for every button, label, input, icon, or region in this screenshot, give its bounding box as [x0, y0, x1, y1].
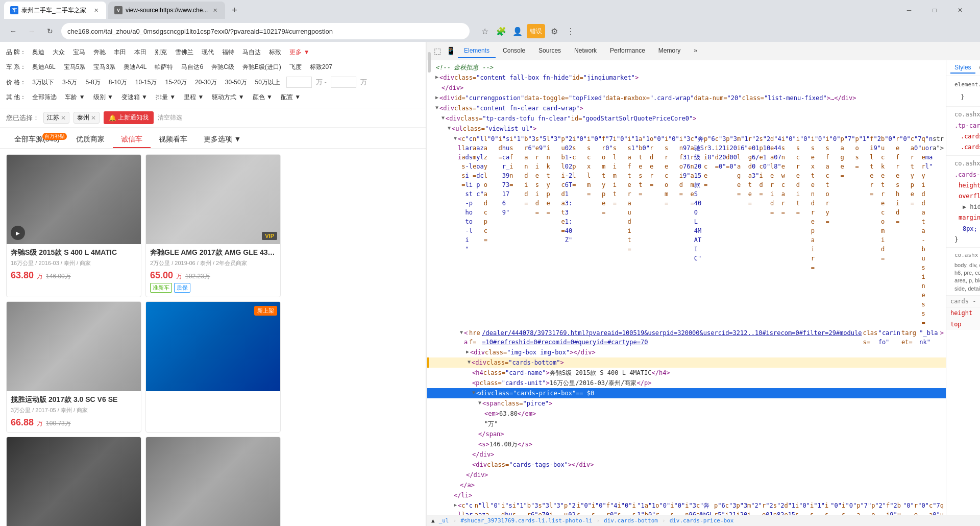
filter-brand-mazda[interactable]: 马自达	[240, 47, 263, 58]
filter-trans[interactable]: 变速箱 ▼	[119, 92, 150, 103]
filter-brand-ford[interactable]: 福特	[220, 47, 236, 58]
forward-button[interactable]: →	[24, 24, 39, 38]
menu-icon[interactable]: ⋮	[564, 24, 578, 38]
page-scrollbar[interactable]	[426, 42, 427, 526]
devtools-tab-network[interactable]: Network	[568, 44, 603, 58]
car-card-2[interactable]: VIP 奔驰GLE AMG 2017款 AMG GLE 43 4MATIC 2万…	[145, 154, 281, 297]
html-line-div-close1[interactable]: </div>	[427, 83, 946, 93]
car-card-5[interactable]	[6, 437, 141, 526]
filter-price-20-30[interactable]: 20-30万	[193, 77, 219, 88]
remove-province-tag[interactable]: ✕	[61, 114, 66, 122]
filter-price-5-8[interactable]: 5-8万	[83, 77, 102, 88]
car-card-1[interactable]: ▶ 奔驰S级 2015款 S 400 L 4MATIC 16万公里 / 2016…	[6, 154, 141, 297]
filter-price-3[interactable]: 3万以下	[30, 77, 56, 88]
filter-series-fit[interactable]: 飞度	[287, 62, 304, 73]
filter-series-benzc[interactable]: 奔驰C级	[209, 62, 236, 73]
filter-mileage[interactable]: 里程 ▼	[182, 92, 206, 103]
new-tab-button[interactable]: +	[227, 3, 241, 17]
filter-price-50plus[interactable]: 50万以上	[253, 77, 282, 88]
filter-brand-honda[interactable]: 本田	[132, 47, 149, 58]
filter-series-mazda6[interactable]: 马自达6	[179, 62, 205, 73]
html-line-s-price[interactable]: <s> 146.00万 </s>	[427, 439, 946, 449]
html-line-a-close[interactable]: </a>	[427, 480, 946, 490]
html-line-div-close-price[interactable]: </div>	[427, 449, 946, 460]
html-line-li2[interactable]: ▶ <li class= "cards-li list-photo-li" na…	[427, 500, 946, 515]
html-line-viewlist-ul[interactable]: ▼ <ul class= "viewlist_ul" >	[427, 124, 946, 134]
filter-color[interactable]: 颜色 ▼	[251, 92, 275, 103]
bottom-price-link[interactable]: div.cards-price-box	[670, 517, 734, 524]
back-button[interactable]: ←	[6, 24, 20, 38]
html-line-content-wrap[interactable]: ▼ <div class= "content fn-clear card-wra…	[427, 103, 946, 113]
filter-series-a6l[interactable]: 奥迪A6L	[30, 62, 57, 73]
filter-brand-buick[interactable]: 别克	[153, 47, 169, 58]
filter-brand-vw[interactable]: 大众	[51, 47, 67, 58]
filter-price-30-50[interactable]: 30-50万	[223, 77, 249, 88]
devtools-device-icon[interactable]: 📱	[445, 45, 457, 57]
devtools-tab-memory[interactable]: Memory	[652, 44, 687, 58]
filter-series-a4l[interactable]: 奥迪A4L	[121, 62, 149, 73]
filter-class[interactable]: 级别 ▼	[91, 92, 115, 103]
html-line-cards-bottom[interactable]: ▼ <div class= "cards-bottom" >	[427, 357, 946, 368]
filter-brand-bmw[interactable]: 宝马	[71, 47, 87, 58]
tab-video[interactable]: 视频看车	[151, 132, 195, 148]
html-line-h4-card-name[interactable]: <h4 class= "card-name" > 奔驰S级 2015款 S 40…	[427, 368, 946, 378]
tab-close-1[interactable]: ✕	[92, 6, 100, 14]
tab-inactive[interactable]: V view-source:https://www.che... ✕	[108, 2, 225, 19]
reload-button[interactable]: ↻	[43, 24, 57, 38]
html-line-cards-price-box[interactable]: ▼ <div class= "cards-price-box" == $0	[427, 388, 946, 398]
filter-brand-chevy[interactable]: 雪佛兰	[173, 47, 195, 58]
styles-tab-computed[interactable]: Computed	[975, 63, 980, 73]
filter-price-8-10[interactable]: 8-10万	[107, 77, 129, 88]
html-line-span-close[interactable]: </span>	[427, 429, 946, 439]
filter-brand-audi[interactable]: 奥迪	[30, 47, 46, 58]
chinese-button[interactable]: 错误	[527, 24, 545, 38]
filter-series-p207[interactable]: 标致207	[308, 62, 334, 73]
bottom-li-link[interactable]: #shucar_39731769.cards-li.list-photo-li	[460, 517, 592, 524]
html-line-em-price[interactable]: <em> 63.80 </em>	[427, 409, 946, 419]
html-line-cards-tags-box[interactable]: <div class= "cards-tags-box" ></div>	[427, 460, 946, 470]
url-bar[interactable]: che168.com/tai_zhou/a0_0msdgscncgpi1lto1…	[61, 23, 470, 39]
tab-all-sources[interactable]: 全部车源(343) 百万补贴	[6, 132, 68, 148]
filter-brand-hyundai[interactable]: 现代	[200, 47, 216, 58]
car-card-3[interactable]: 揽胜运动版 2017款 3.0 SC V6 SE 3万公里 / 2017-05 …	[6, 301, 141, 433]
devtools-tab-performance[interactable]: Performance	[604, 44, 651, 58]
account-icon[interactable]: 👤	[510, 24, 525, 38]
tab-more-options[interactable]: 更多选项 ▼	[195, 132, 250, 148]
filter-series-benze[interactable]: 奔驰E级(进口)	[240, 62, 283, 73]
filter-brand-peugeot[interactable]: 标致	[267, 47, 283, 58]
filter-age[interactable]: 车龄 ▼	[63, 92, 87, 103]
html-line-li-long[interactable]: ▼ <li class= "cards-li list-photo-li " n…	[427, 134, 946, 328]
close-button[interactable]: ✕	[948, 2, 972, 18]
html-line-div-fallbox[interactable]: ▶ <div class= "content fall-box fn-hide"…	[427, 73, 946, 83]
collapse-arrow[interactable]: ▶	[435, 73, 438, 81]
filter-drive[interactable]: 驱动方式 ▼	[210, 92, 246, 103]
filter-series-bmw3[interactable]: 宝马3系	[91, 62, 117, 73]
play-button-1[interactable]: ▶	[11, 226, 25, 240]
remove-city-tag[interactable]: ✕	[91, 114, 96, 122]
filter-price-10-15[interactable]: 10-15万	[133, 77, 159, 88]
settings-icon[interactable]: ⚙	[547, 24, 561, 38]
html-panel[interactable]: <!-- 金秋拒惠 --> ▶ <div class= "content fal…	[427, 60, 946, 515]
minimize-button[interactable]: ─	[897, 2, 921, 18]
devtools-tab-more[interactable]: »	[688, 44, 703, 58]
price-max-input[interactable]	[331, 77, 356, 88]
filter-series-bmw5[interactable]: 宝马5系	[62, 62, 88, 73]
selected-tag-province[interactable]: 江苏 ✕	[43, 112, 69, 124]
html-line-tp-cards-tofu[interactable]: ▼ <div class= "tp-cards-tofu fn-clear" i…	[427, 113, 946, 124]
tab-active[interactable]: 车 泰州二手车_二手车之家 ✕	[4, 2, 106, 19]
clear-filter-button[interactable]: 清空筛选	[158, 113, 182, 122]
filter-series-passat[interactable]: 帕萨特	[153, 62, 175, 73]
filter-price-3-5[interactable]: 3-5万	[60, 77, 79, 88]
selected-tag-city[interactable]: 泰州 ✕	[74, 112, 100, 124]
html-line-img-box[interactable]: ▶ <div class= "img-box img-box" ></ div>	[427, 347, 946, 357]
filter-price-15-20[interactable]: 15-20万	[163, 77, 189, 88]
tab-credit-car[interactable]: 诚信车	[113, 132, 151, 148]
bottom-ul-link[interactable]: _ul	[439, 517, 449, 524]
devtools-inspect-icon[interactable]: ⬚	[431, 45, 444, 57]
filter-brand-benz[interactable]: 奔驰	[91, 47, 108, 58]
html-line-comment[interactable]: <!-- 金秋拒惠 -->	[427, 62, 946, 73]
html-line-p-unit[interactable]: <p class= "cards-unit" > 16万公里/2016-03/泰…	[427, 378, 946, 388]
html-line-li-close[interactable]: </li>	[427, 490, 946, 500]
bottom-div-link[interactable]: div.cards-bottom	[604, 517, 658, 524]
devtools-tab-console[interactable]: Console	[497, 44, 531, 58]
